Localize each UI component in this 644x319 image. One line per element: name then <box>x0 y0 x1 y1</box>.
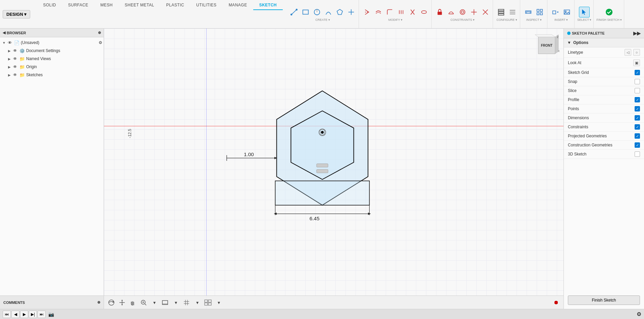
palette-check-constraints[interactable]: ✓ <box>635 124 640 130</box>
comments-add-icon[interactable]: ⊕ <box>97 300 100 305</box>
rectangle-tool-icon[interactable] <box>300 7 311 17</box>
browser-collapse-icon[interactable]: ◀ <box>3 31 5 35</box>
tab-surface[interactable]: SURFACE <box>62 1 94 10</box>
timeline-next-btn[interactable]: ▶| <box>29 311 37 318</box>
palette-label-lookat: Look At <box>568 60 581 65</box>
palette-check-snap[interactable] <box>635 79 640 84</box>
tab-utilities[interactable]: UTILITIES <box>190 1 223 10</box>
palette-check-slice[interactable] <box>635 88 640 93</box>
fillet-icon[interactable] <box>384 7 395 17</box>
project-icon[interactable] <box>419 7 429 17</box>
zoom-dropdown-icon[interactable]: ▾ <box>150 298 159 307</box>
linetype-icon-2[interactable]: ○ <box>633 49 640 56</box>
measure-icon[interactable] <box>523 7 534 17</box>
image-insert-icon[interactable] <box>561 7 572 17</box>
viewcube[interactable]: FRONT Z X <box>533 32 560 59</box>
center-dot <box>321 131 324 134</box>
view-dropdown-icon[interactable]: ▾ <box>214 298 223 307</box>
orbit-icon[interactable] <box>107 298 116 307</box>
view-icon[interactable] <box>203 298 213 307</box>
select-icon[interactable] <box>579 7 590 17</box>
eye-icon-named-views[interactable]: 👁 <box>12 56 18 62</box>
point-tool-icon[interactable] <box>346 7 357 17</box>
configure2-icon[interactable] <box>507 7 518 17</box>
analysis-icon[interactable] <box>534 7 545 17</box>
lookat-icon[interactable]: ▣ <box>633 59 640 66</box>
timeline-prev-btn[interactable]: ◀ <box>11 311 19 318</box>
polygon-tool-icon[interactable] <box>334 7 345 17</box>
lock-constraint-icon[interactable] <box>434 7 445 17</box>
tree-item-unsaved[interactable]: ▼ 👁 📄 (Unsaved) ⚙ <box>0 39 104 47</box>
grid-icon[interactable] <box>182 298 191 307</box>
status-settings-icon[interactable]: ⚙ <box>637 311 641 317</box>
palette-check-dimensions[interactable]: ✓ <box>635 115 640 121</box>
tree-arrow-named-views[interactable]: ▶ <box>7 57 12 61</box>
line-tool-icon[interactable] <box>289 7 300 17</box>
palette-row-sketch-grid: Sketch Grid ✓ <box>564 68 644 77</box>
finish-sketch-toolbar-icon[interactable] <box>604 7 614 17</box>
item-settings-icon[interactable]: ⚙ <box>99 40 102 45</box>
palette-check-points[interactable]: ✓ <box>635 106 640 111</box>
viewcube-svg[interactable]: FRONT Z X <box>533 32 560 59</box>
eye-icon-sketches[interactable]: 👁 <box>12 72 18 78</box>
timeline-last-btn[interactable]: ⏭ <box>38 311 46 318</box>
tree-arrow-sketches[interactable]: ▶ <box>7 73 12 77</box>
timeline-record-icon[interactable]: 📷 <box>48 312 54 317</box>
finish-sketch-button[interactable]: Finish Sketch <box>568 295 640 305</box>
arc-tool-icon[interactable] <box>323 7 334 17</box>
design-button[interactable]: DESIGN ▾ <box>3 10 30 18</box>
palette-check-construction-geo[interactable]: ✓ <box>635 142 640 148</box>
hand-icon[interactable] <box>128 298 138 307</box>
coincident-constraint-icon[interactable] <box>469 7 479 17</box>
palette-check-profile[interactable]: ✓ <box>635 97 640 102</box>
tree-item-named-views[interactable]: ▶ 👁 📁 Named Views <box>0 55 104 63</box>
zoom-icon[interactable] <box>139 298 148 307</box>
linetype-icon-1[interactable]: ◁ <box>625 49 631 56</box>
grid-dropdown-icon[interactable]: ▾ <box>193 298 202 307</box>
canvas-area[interactable]: 1.00 6.45 -12.5 <box>104 29 564 309</box>
tab-sketch[interactable]: SKETCH <box>253 1 283 10</box>
palette-expand-icon[interactable]: ▶▶ <box>633 31 641 36</box>
palette-options-header[interactable]: ▼ Options <box>564 38 644 47</box>
browser-panel: ◀ BROWSER ⊕ ▼ 👁 📄 (Unsaved) ⚙ ▶ 👁 <box>0 29 104 309</box>
offset-icon[interactable] <box>373 7 384 17</box>
eye-icon-doc[interactable]: 👁 <box>12 48 18 54</box>
tab-sheet-metal[interactable]: SHEET METAL <box>119 1 160 10</box>
tree-arrow-doc-settings[interactable]: ▶ <box>7 49 12 53</box>
comments-bar: COMMENTS ⊕ <box>0 295 104 309</box>
toolbar-group-insert: INSERT ▾ <box>548 0 575 28</box>
browser-settings-icon[interactable]: ⊕ <box>98 31 101 35</box>
display-icon[interactable] <box>160 298 170 307</box>
tangent-constraint-icon[interactable] <box>446 7 457 17</box>
display-dropdown-icon[interactable]: ▾ <box>171 298 180 307</box>
perpendicular-constraint-icon[interactable] <box>480 7 491 17</box>
palette-check-projected-geo[interactable]: ✓ <box>635 133 640 139</box>
pattern-icon[interactable] <box>396 7 407 17</box>
palette-check-3d-sketch[interactable] <box>635 151 640 157</box>
timeline-first-btn[interactable]: ⏮ <box>3 311 11 318</box>
palette-check-sketch-grid[interactable]: ✓ <box>635 70 640 75</box>
mirror-icon[interactable] <box>407 7 418 17</box>
record-icon[interactable]: ⏺ <box>551 298 561 307</box>
visibility-icon[interactable]: 👁 <box>7 40 13 46</box>
tab-manage[interactable]: MANAGE <box>223 1 253 10</box>
configure-icon[interactable] <box>496 7 506 17</box>
trim-icon[interactable] <box>362 7 372 17</box>
svg-rect-36 <box>540 13 542 15</box>
sketch-drawing[interactable]: 1.00 6.45 -12.5 <box>104 29 564 309</box>
tree-item-doc-settings[interactable]: ▶ 👁 ⚙️ Document Settings <box>0 47 104 55</box>
circle-tool-icon[interactable] <box>312 7 322 17</box>
tree-item-sketches[interactable]: ▶ 👁 📁 Sketches <box>0 71 104 79</box>
tab-plastic[interactable]: PLASTIC <box>160 1 191 10</box>
insert-icon[interactable] <box>550 7 561 17</box>
tree-arrow-origin[interactable]: ▶ <box>7 65 12 69</box>
concentric-constraint-icon[interactable] <box>457 7 468 17</box>
tab-mesh[interactable]: MESH <box>94 1 119 10</box>
tree-item-origin[interactable]: ▶ 👁 📁 Origin <box>0 63 104 71</box>
tab-solid[interactable]: SOLID <box>37 1 62 10</box>
svg-rect-63 <box>205 300 208 302</box>
pan-icon[interactable] <box>117 298 127 307</box>
eye-icon-origin[interactable]: 👁 <box>12 64 18 70</box>
timeline-play-btn[interactable]: ▶ <box>20 311 28 318</box>
tree-arrow-unsaved[interactable]: ▼ <box>1 41 7 45</box>
